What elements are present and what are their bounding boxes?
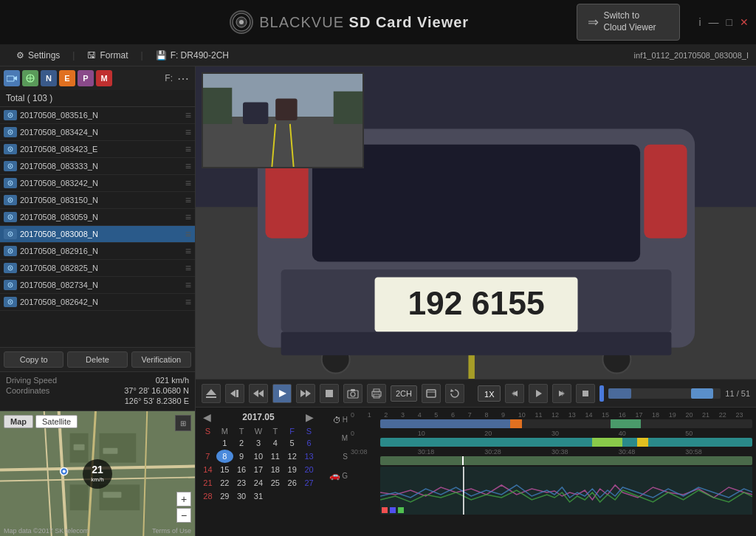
file-list-item[interactable]: 20170508_083423_E ≡ (0, 141, 195, 158)
file-list[interactable]: 20170508_083516_N ≡ 20170508_083424_N ≡ … (0, 107, 195, 347)
file-list-item[interactable]: 20170508_082825_N ≡ (0, 260, 195, 277)
calendar-day[interactable]: 24 (250, 476, 267, 489)
calendar-day[interactable]: 27 (300, 476, 317, 489)
close-button[interactable]: ✕ (740, 16, 749, 28)
file-list-item[interactable]: 20170508_083059_N ≡ (0, 209, 195, 226)
minimize-button[interactable]: — (709, 16, 719, 28)
stop-button[interactable] (320, 384, 339, 403)
switch-to-cloud-button[interactable]: ⇒ Switch to Cloud Viewer (577, 4, 680, 40)
file-context-menu[interactable]: ≡ (185, 160, 191, 172)
speed-back-button[interactable] (505, 384, 524, 403)
prev-clip-button[interactable] (225, 384, 244, 403)
filter-parking-btn[interactable]: P (78, 70, 94, 86)
play-button[interactable] (272, 384, 292, 403)
calendar-day[interactable]: 23 (233, 476, 250, 489)
calendar-day[interactable]: 26 (284, 476, 300, 489)
file-list-item[interactable]: 20170508_083242_N ≡ (0, 175, 195, 192)
calendar-day[interactable]: 11 (267, 450, 284, 463)
play-btn-2[interactable] (529, 384, 548, 403)
calendar-day[interactable]: 4 (267, 436, 284, 450)
map-tab-satellite[interactable]: Satellite (35, 415, 78, 428)
more-options-btn[interactable]: ⋯ (175, 70, 191, 86)
file-context-menu[interactable]: ≡ (185, 109, 191, 121)
file-context-menu[interactable]: ≡ (185, 262, 191, 274)
file-list-item[interactable]: 20170508_083333_N ≡ (0, 158, 195, 175)
file-list-item[interactable]: 20170508_083424_N ≡ (0, 124, 195, 141)
maximize-button[interactable]: □ (726, 16, 732, 28)
calendar-day[interactable]: 30 (233, 489, 250, 503)
filter-gps-icon[interactable] (22, 70, 38, 86)
calendar-day[interactable]: 17 (250, 463, 267, 476)
calendar-day[interactable]: 22 (216, 476, 233, 489)
eject-button[interactable] (202, 384, 221, 403)
calendar-day[interactable]: 25 (267, 476, 284, 489)
filter-cam-icon[interactable] (4, 70, 20, 86)
print-button[interactable] (367, 384, 386, 403)
format-menu-item[interactable]: 🖫 Format (78, 44, 137, 66)
filter-normal-btn[interactable]: N (41, 70, 57, 86)
calendar-day[interactable]: 15 (216, 463, 233, 476)
fast-forward-button[interactable] (296, 384, 315, 403)
calendar-day[interactable]: 28 (199, 489, 216, 503)
file-context-menu[interactable]: ≡ (185, 245, 191, 257)
file-list-item[interactable]: 20170508_082734_N ≡ (0, 277, 195, 294)
file-context-menu[interactable]: ≡ (185, 177, 191, 189)
file-context-menu[interactable]: ≡ (185, 296, 191, 308)
file-context-menu[interactable]: ≡ (185, 143, 191, 155)
file-context-menu[interactable]: ≡ (185, 194, 191, 206)
calendar-day[interactable]: 16 (233, 463, 250, 476)
file-context-menu[interactable]: ≡ (185, 279, 191, 291)
hour-bar[interactable] (380, 419, 752, 428)
calendar-day[interactable]: 8 (216, 450, 233, 463)
second-bar[interactable] (380, 456, 752, 465)
calendar-day[interactable]: 21 (199, 476, 216, 489)
calendar-day[interactable]: 19 (284, 463, 300, 476)
file-list-item[interactable]: 20170508_082642_N ≡ (0, 294, 195, 311)
calendar-day[interactable]: 10 (250, 450, 267, 463)
calendar-day[interactable]: 13 (300, 450, 317, 463)
calendar-day[interactable]: 18 (267, 463, 284, 476)
fullscreen-button[interactable] (422, 384, 441, 403)
gps-chart[interactable] (380, 467, 752, 515)
calendar-day[interactable]: 29 (216, 489, 233, 503)
calendar-day[interactable]: 20 (300, 463, 317, 476)
settings-menu-item[interactable]: ⚙ Settings (7, 44, 69, 66)
calendar-day[interactable]: 2 (233, 436, 250, 450)
progress-bar[interactable] (608, 388, 721, 399)
delete-button[interactable]: Delete (67, 351, 127, 368)
copy-to-button[interactable]: Copy to (4, 351, 63, 368)
channel-selector[interactable]: 2CH (391, 385, 417, 402)
calendar-next-button[interactable]: ▶ (303, 411, 317, 423)
calendar-day[interactable]: 14 (199, 463, 216, 476)
calendar-day[interactable]: 3 (250, 436, 267, 450)
progress-handle[interactable] (691, 388, 713, 399)
calendar-day[interactable]: 31 (250, 489, 267, 503)
calendar-day[interactable]: 7 (199, 450, 216, 463)
verification-button[interactable]: Verification (131, 351, 191, 368)
calendar-day[interactable]: 9 (233, 450, 250, 463)
stop-btn-2[interactable] (576, 384, 595, 403)
file-list-item[interactable]: 20170508_082916_N ≡ (0, 243, 195, 260)
filter-event-btn[interactable]: E (59, 70, 75, 86)
speed-display[interactable]: 1X (478, 385, 501, 402)
drive-menu-item[interactable]: 💾 F: DR490-2CH (147, 44, 238, 66)
file-context-menu[interactable]: ≡ (185, 126, 191, 138)
rotate-button[interactable] (445, 384, 464, 403)
file-context-menu[interactable]: ≡ (185, 211, 191, 223)
calendar-prev-button[interactable]: ◀ (199, 411, 214, 423)
map-zoom-out-button[interactable]: − (176, 508, 191, 523)
file-context-menu[interactable]: ≡ (185, 228, 191, 240)
calendar-day[interactable]: 12 (284, 450, 300, 463)
minute-bar[interactable] (380, 438, 752, 447)
map-tab-map[interactable]: Map (4, 415, 33, 428)
filter-manual-btn[interactable]: M (96, 70, 112, 86)
file-list-item[interactable]: 20170508_083008_N ≡ (0, 226, 195, 243)
file-list-item[interactable]: 20170508_083150_N ≡ (0, 192, 195, 209)
rewind-button[interactable] (249, 384, 268, 403)
screenshot-button[interactable] (343, 384, 362, 403)
calendar-day[interactable]: 6 (300, 436, 317, 450)
file-list-item[interactable]: 20170508_083516_N ≡ (0, 107, 195, 124)
calendar-day[interactable]: 5 (284, 436, 300, 450)
info-button[interactable]: i (698, 16, 701, 28)
speed-forward-button[interactable] (552, 384, 571, 403)
